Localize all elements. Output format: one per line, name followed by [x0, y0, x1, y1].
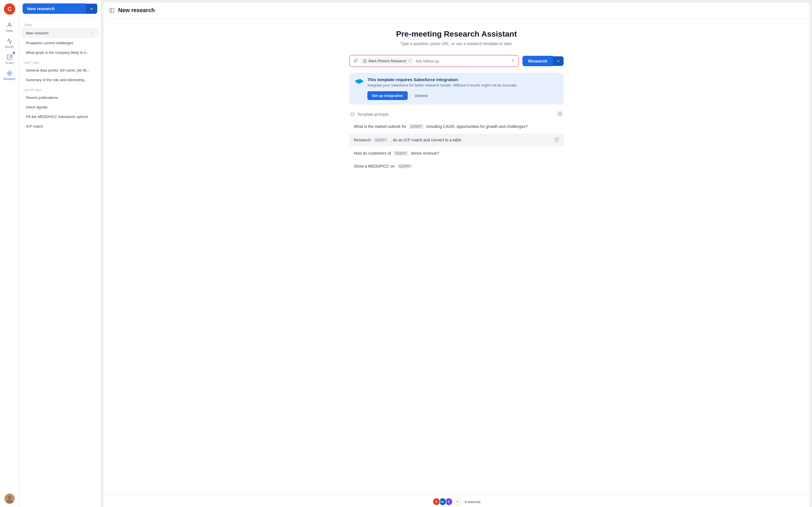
- sidebar-item-meddpicc[interactable]: Fill the MEDDPICC framework upfront: [21, 112, 98, 121]
- todos-badge: [13, 52, 15, 54]
- svg-rect-3: [7, 55, 12, 60]
- sf-banner-content: This template requires Salesforce integr…: [367, 77, 558, 100]
- main-body: Pre-meeting Research Assistant Type a qu…: [103, 18, 809, 494]
- prompt-3-prefix: How do customers of: [354, 151, 391, 156]
- svg-text:C: C: [7, 6, 11, 12]
- sidebar-item-goals[interactable]: What goals is the company likely to h...: [21, 48, 98, 57]
- research-chevron-icon: [556, 59, 560, 63]
- new-research-button[interactable]: New research: [22, 3, 86, 14]
- hero-title: Pre-meeting Research Assistant: [396, 30, 517, 39]
- edit-icon: [555, 137, 559, 142]
- prompt-1-badge: QUERY: [409, 124, 423, 129]
- svg-point-5: [7, 71, 12, 76]
- prompt-2-prefix: Research: [354, 138, 371, 142]
- prompt-row-2[interactable]: Research QUERY , do an ICP match and con…: [349, 133, 564, 146]
- prompt-row-1[interactable]: What is the market outlook for QUERY inc…: [349, 121, 564, 132]
- icon-nav: C Deals Activity To-dos Research: [0, 0, 19, 507]
- prompt-2-badge: QUERY: [373, 138, 388, 142]
- user-avatar[interactable]: [4, 494, 15, 504]
- new-research-button-container: New research: [22, 3, 97, 14]
- sidebar-toggle-button[interactable]: [109, 8, 115, 13]
- prompts-section: Template prompts What is the market outl…: [349, 111, 564, 173]
- section-today: Today: [19, 20, 101, 27]
- tag-remove-button[interactable]: ✕: [408, 59, 411, 63]
- search-container: Mark Phinick Research ✕ Research: [349, 55, 564, 67]
- activity-label: Activity: [5, 45, 14, 48]
- source-avatar-x: X: [433, 498, 441, 506]
- section-last30: Last 30 days: [19, 85, 101, 93]
- main-footer: X in Z + 4 sources: [103, 494, 809, 507]
- svg-rect-25: [560, 112, 562, 113]
- prompt-1-suffix: including CAGR, opportunities for growth…: [426, 124, 528, 129]
- prompt-3-suffix: derive revenue?: [411, 151, 439, 156]
- sidebar-item-icp[interactable]: ICP match: [21, 122, 98, 131]
- research-button[interactable]: Research: [522, 56, 553, 66]
- prompt-row-3[interactable]: How do customers of QUERY derive revenue…: [349, 147, 564, 159]
- search-clear-button[interactable]: [511, 58, 515, 64]
- prompt-4-badge: QUERY: [398, 164, 412, 168]
- sidebar-item-summary[interactable]: Summary of the role and interesting...: [21, 75, 98, 84]
- prompt-3-badge: QUERY: [394, 151, 408, 156]
- svg-rect-13: [110, 8, 114, 12]
- sidebar-item-recent-pubs[interactable]: Recent publications: [21, 93, 98, 102]
- item-menu-dots[interactable]: ···: [90, 31, 94, 36]
- sidebar-item-prospects[interactable]: Prospects current challenges: [21, 38, 98, 48]
- sidebar-item-general-data[interactable]: General data points: full name, job titl…: [21, 66, 98, 75]
- sf-setup-button[interactable]: Set up integration: [367, 91, 408, 100]
- search-bar: Mark Phinick Research ✕: [349, 55, 519, 67]
- search-input[interactable]: [416, 59, 509, 63]
- prompt-2-edit-button[interactable]: [555, 137, 559, 143]
- hero-subtitle: Type a question, paste URL, or use a res…: [396, 41, 517, 46]
- prompts-title: Template prompts: [350, 112, 389, 117]
- app-logo[interactable]: C: [4, 3, 15, 16]
- hero-section: Pre-meeting Research Assistant Type a qu…: [396, 30, 517, 46]
- tag-doc-icon: [363, 59, 367, 63]
- section-last7: Last 7 days: [19, 57, 101, 65]
- main-panel: New research Pre-meeting Research Assist…: [103, 2, 810, 507]
- svg-rect-27: [560, 114, 562, 116]
- sidebar-item-intent[interactable]: Intent signals: [21, 103, 98, 112]
- sidebar-toggle-icon: [109, 8, 115, 13]
- new-research-dropdown-button[interactable]: [86, 4, 97, 14]
- prompt-4-prefix: Show a MEDDPICC on: [354, 164, 395, 168]
- clear-icon: [511, 58, 515, 63]
- chevron-down-icon: [89, 6, 94, 11]
- source-avatars: X in Z: [433, 498, 451, 506]
- add-source-button[interactable]: +: [453, 498, 461, 506]
- search-bar-inner: Mark Phinick Research ✕: [353, 58, 508, 64]
- svg-point-2: [8, 23, 10, 25]
- todos-nav-wrap: To-dos: [0, 51, 19, 67]
- research-label: Research: [3, 77, 15, 80]
- main-header: New research: [103, 3, 809, 18]
- svg-rect-24: [558, 112, 559, 113]
- tag-text: Mark Phinick Research: [368, 59, 406, 63]
- sidebar-item-todos[interactable]: To-dos: [0, 51, 19, 67]
- sf-banner-subtitle: Integrate your Salesforce for better res…: [367, 83, 558, 87]
- nav-bottom: [4, 494, 15, 504]
- sources-label: 4 sources: [465, 500, 480, 504]
- prompt-2-suffix: , do an ICP match and convert to a table: [391, 138, 461, 142]
- prompts-grid-button[interactable]: [557, 111, 562, 117]
- prompts-header: Template prompts: [349, 111, 564, 117]
- sf-dismiss-button[interactable]: Dismiss: [410, 91, 433, 100]
- svg-point-4: [8, 72, 10, 74]
- svg-rect-26: [558, 114, 559, 116]
- attach-icon: [353, 58, 358, 64]
- sidebar: New research Today New research ··· Pros…: [19, 0, 101, 507]
- grid-icon: [557, 111, 562, 116]
- page-title: New research: [118, 7, 155, 13]
- template-icon: [350, 112, 355, 117]
- sidebar-item-activity[interactable]: Activity: [0, 35, 19, 51]
- sidebar-top: New research: [19, 0, 101, 17]
- svg-rect-21: [351, 113, 354, 116]
- research-tag: Mark Phinick Research ✕: [361, 58, 413, 64]
- sf-banner-title: This template requires Salesforce integr…: [367, 77, 558, 82]
- sidebar-item-new-research[interactable]: New research ···: [21, 28, 98, 38]
- sidebar-item-research[interactable]: Research: [0, 67, 19, 83]
- research-dropdown-button[interactable]: [553, 56, 564, 66]
- sf-banner-actions: Set up integration Dismiss: [367, 91, 558, 100]
- deals-label: Deals: [6, 29, 13, 33]
- prompt-1-prefix: What is the market outlook for: [354, 124, 406, 129]
- sidebar-item-deals[interactable]: Deals: [0, 19, 19, 35]
- prompt-row-4[interactable]: Show a MEDDPICC on QUERY: [349, 160, 564, 172]
